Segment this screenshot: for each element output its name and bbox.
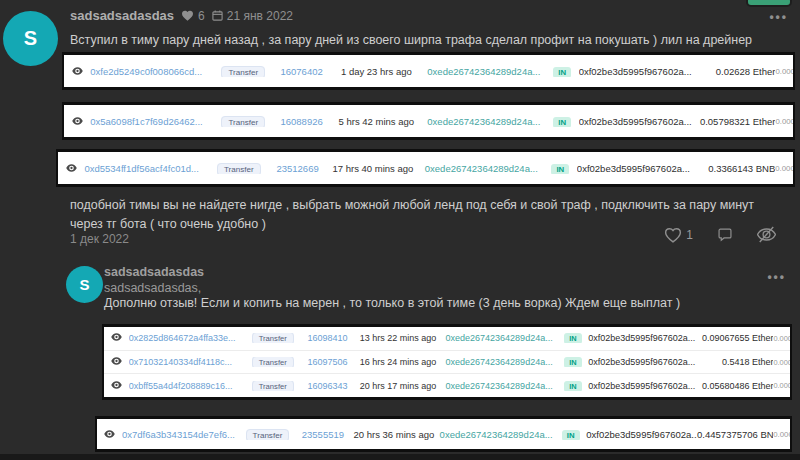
block-number-link[interactable]: 23512669	[268, 163, 327, 174]
transaction-row: 0xd5534ff1df56acf4fc01d... Transfer 2351…	[58, 152, 793, 184]
reply-body: Дополню отзыв! Если и копить на мерен , …	[104, 296, 764, 310]
eye-off-icon	[757, 226, 776, 243]
tx-hash-link[interactable]: 0x2825d864672a4ffa33e...	[129, 333, 246, 343]
post-likes-count: 6	[198, 9, 205, 23]
method-badge: Transfer	[252, 333, 294, 343]
tx-amount: 0.5418 Ether	[698, 357, 773, 367]
tx-amount: 0.3366143 BNB	[694, 163, 775, 174]
to-address: 0xf02be3d5995f967602a...	[577, 163, 695, 174]
comment-button[interactable]	[717, 227, 733, 242]
eye-icon[interactable]	[104, 357, 129, 367]
hide-button[interactable]	[757, 226, 776, 243]
tx-fee: 0.000105	[773, 430, 790, 439]
tx-fee: 0.00025892⚡	[773, 358, 790, 367]
like-count: 1	[686, 228, 693, 242]
heart-icon	[181, 10, 194, 21]
tx-age: 1 day 23 hrs ago	[331, 66, 422, 77]
tx-fee: 0.00024792⚡	[775, 67, 793, 76]
block-number-link[interactable]: 23555519	[295, 429, 350, 440]
direction-badge: IN	[564, 381, 581, 391]
post-body: Вступил в тиму пару дней назад , за пару…	[70, 31, 782, 49]
eye-icon[interactable]	[64, 116, 90, 127]
to-address: 0xf02be3d5995f967602a...	[588, 381, 698, 391]
transaction-row: 0xfe2d5249c0f008066cd... Transfer 160764…	[64, 55, 793, 87]
tx-hash-link[interactable]: 0x71032140334df4118c...	[129, 357, 246, 367]
avatar-letter: S	[24, 27, 37, 50]
tx-amount: 0.09067655 Ether	[698, 333, 773, 343]
to-address: 0xf02be3d5995f967602a...	[588, 333, 698, 343]
method-badge: Transfer	[221, 66, 265, 77]
reply-mention[interactable]: sadsadsadasdas,	[104, 281, 201, 295]
like-button[interactable]: 1	[664, 227, 693, 243]
method-badge: Transfer	[221, 116, 265, 127]
transaction-screenshot-3: 0xd5534ff1df56acf4fc01d... Transfer 2351…	[56, 149, 795, 187]
post-date-meta: 21 янв 2022	[212, 9, 293, 23]
from-address-link[interactable]: 0xede26742364289d24a...	[441, 333, 558, 343]
reply-transaction-screenshot: 0x2825d864672a4ffa33e... Transfer 160984…	[102, 324, 792, 400]
block-number-link[interactable]: 16097506	[300, 357, 355, 367]
eye-icon[interactable]	[104, 333, 129, 343]
block-number-link[interactable]: 16096343	[300, 381, 355, 391]
transaction-row: 0x2825d864672a4ffa33e... Transfer 160984…	[104, 327, 790, 351]
avatar[interactable]: S	[3, 11, 58, 66]
transaction-row: 0x7df6a3b343154de7ef6... Transfer 235555…	[97, 419, 790, 449]
post-footer-date: 1 дек 2022	[70, 232, 129, 246]
bottom-transaction-screenshot: 0x7df6a3b343154de7ef6... Transfer 235555…	[95, 416, 792, 452]
block-number-link[interactable]: 16076402	[272, 66, 330, 77]
eye-icon[interactable]	[64, 66, 90, 77]
from-address-link[interactable]: 0xede26742364289d24a...	[419, 163, 544, 174]
tx-age: 20 hrs 36 mins ago	[351, 429, 438, 440]
block-number-link[interactable]: 16098410	[300, 333, 355, 343]
tx-hash-link[interactable]: 0xfe2d5249c0f008066cd...	[90, 66, 214, 77]
transaction-row: 0x71032140334df4118c... Transfer 1609750…	[104, 351, 790, 375]
tx-age: 17 hrs 40 mins ago	[327, 163, 419, 174]
post-author[interactable]: sadsadsadasdas	[70, 8, 174, 23]
direction-badge: IN	[553, 67, 571, 77]
top-green-button[interactable]	[746, 0, 792, 7]
bottom-divider	[0, 454, 800, 460]
method-badge: Transfer	[217, 163, 261, 174]
post-menu-button[interactable]: •••	[769, 10, 788, 24]
tx-hash-link[interactable]: 0xd5534ff1df56acf4fc01d...	[84, 163, 209, 174]
tx-amount: 0.4457375706 BNB	[697, 429, 773, 440]
from-address-link[interactable]: 0xede26742364289d24a...	[422, 116, 546, 127]
to-address: 0xf02be3d5995f967602a...	[579, 66, 696, 77]
tx-fee: 0.000105	[775, 164, 793, 173]
post-actions: 1	[664, 226, 776, 243]
from-address-link[interactable]: 0xede26742364289d24a...	[441, 381, 558, 391]
post-likes: 6	[181, 9, 205, 23]
from-address-link[interactable]: 0xede26742364289d24a...	[437, 429, 555, 440]
tx-hash-link[interactable]: 0xbff55a4d4f208889c16...	[129, 381, 246, 391]
heart-outline-icon	[664, 227, 682, 243]
eye-icon[interactable]	[97, 429, 122, 440]
direction-badge: IN	[564, 357, 581, 367]
tx-fee: 0.00027318⚡	[775, 117, 793, 126]
tx-fee: 0.00023356⚡	[773, 381, 790, 390]
direction-badge: IN	[551, 164, 569, 174]
from-address-link[interactable]: 0xede26742364289d24a...	[422, 66, 546, 77]
reply-menu-button[interactable]: •••	[767, 270, 786, 284]
tx-age: 13 hrs 22 mins ago	[355, 333, 441, 343]
tx-age: 16 hrs 24 mins ago	[355, 357, 441, 367]
tx-amount: 0.05798321 Ether	[695, 116, 775, 127]
tx-hash-link[interactable]: 0x5a6098f1c7f69d26462...	[90, 116, 214, 127]
comment-icon	[717, 227, 733, 242]
eye-icon[interactable]	[104, 381, 129, 391]
tx-hash-link[interactable]: 0x7df6a3b343154de7ef6...	[122, 429, 240, 440]
tx-amount: 0.02628 Ether	[695, 66, 775, 77]
transaction-row: 0x5a6098f1c7f69d26462... Transfer 160889…	[64, 105, 793, 137]
eye-icon[interactable]	[58, 163, 84, 174]
block-number-link[interactable]: 16088926	[272, 116, 330, 127]
to-address: 0xf02be3d5995f967602a...	[579, 116, 696, 127]
to-address: 0xf02be3d5995f967602a...	[586, 429, 697, 440]
reply-author[interactable]: sadsadsadasdas	[104, 265, 204, 279]
post-date: 21 янв 2022	[227, 9, 293, 23]
tx-age: 20 hrs 17 mins ago	[355, 381, 441, 391]
post-header: sadsadsadasdas 6 21 янв 2022	[70, 8, 293, 23]
reply-avatar[interactable]: S	[66, 266, 103, 303]
calendar-icon	[212, 10, 223, 21]
transaction-row: 0xbff55a4d4f208889c16... Transfer 160963…	[104, 374, 790, 397]
direction-badge: IN	[562, 430, 580, 440]
from-address-link[interactable]: 0xede26742364289d24a...	[441, 357, 558, 367]
to-address: 0xf02be3d5995f967602a...	[588, 357, 698, 367]
